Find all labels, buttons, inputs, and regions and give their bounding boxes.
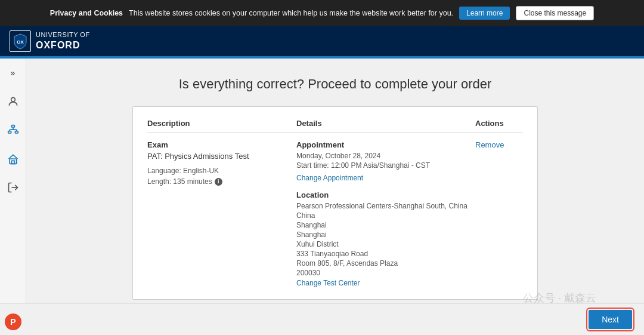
location-street: 333 Tianyaoqiao Road [296, 250, 475, 258]
col-details-header: Details [296, 119, 475, 128]
pearson-icon[interactable]: P [5, 314, 21, 330]
learn-more-button[interactable]: Learn more [459, 7, 510, 20]
details-column: Appointment Monday, October 28, 2024 Sta… [296, 140, 475, 287]
table-header: Description Details Actions [147, 119, 523, 133]
content-area: Is everything correct? Proceed to comple… [26, 59, 644, 334]
col-description-header: Description [147, 119, 296, 128]
change-test-center-link[interactable]: Change Test Center [296, 279, 360, 287]
sidebar-signout-icon[interactable] [5, 179, 21, 196]
sidebar-expand-icon[interactable]: » [5, 64, 21, 81]
svg-text:OX: OX [17, 39, 24, 45]
main-layout: » [0, 59, 644, 334]
exam-label: Exam [147, 140, 296, 149]
location-city2: Shanghai [296, 230, 475, 239]
exam-language: Language: English-UK [147, 167, 296, 175]
cookie-message: This website stores cookies on your comp… [129, 9, 453, 17]
close-cookie-button[interactable]: Close this message [516, 6, 594, 20]
col-actions-header: Actions [475, 119, 523, 128]
cookie-banner: Privacy and Cookies This website stores … [0, 0, 644, 26]
appointment-date: Monday, October 28, 2024 [296, 152, 475, 160]
location-label: Location [296, 190, 475, 199]
change-appointment-link[interactable]: Change Appointment [296, 174, 363, 182]
location-district: Xuhui District [296, 240, 475, 248]
header: OX UNIVERSITY OF OXFORD [0, 26, 644, 56]
svg-rect-3 [8, 131, 11, 133]
location-city1: Shanghai [296, 221, 475, 229]
sidebar-org-icon[interactable] [5, 122, 21, 139]
svg-point-1 [11, 97, 15, 102]
page-title: Is everything correct? Proceed to comple… [38, 76, 632, 92]
order-card: Description Details Actions Exam PAT: Ph… [132, 106, 538, 300]
location-country: China [296, 211, 475, 220]
appointment-label: Appointment [296, 140, 475, 149]
svg-rect-2 [11, 125, 14, 127]
table-body: Exam PAT: Physics Admissions Test Langua… [147, 140, 523, 287]
appointment-time: Start time: 12:00 PM Asia/Shanghai - CST [296, 161, 475, 170]
logo: OX UNIVERSITY OF OXFORD [10, 30, 90, 52]
sidebar-user-icon[interactable] [5, 93, 21, 110]
exam-name: PAT: Physics Admissions Test [147, 152, 296, 161]
length-info-icon[interactable]: i [215, 178, 222, 186]
sidebar: » [0, 59, 26, 334]
svg-rect-4 [15, 131, 18, 133]
exam-length: Length: 135 minutes i [147, 177, 296, 186]
location-name: Pearson Professional Centers-Shanghai So… [296, 202, 475, 210]
description-column: Exam PAT: Physics Admissions Test Langua… [147, 140, 296, 287]
oxford-shield-icon: OX [10, 30, 31, 52]
svg-rect-9 [10, 159, 17, 164]
sidebar-home-icon[interactable] [5, 150, 21, 167]
location-room: Room 805, 8/F, Ascendas Plaza [296, 259, 475, 268]
next-button[interactable]: Next [589, 310, 632, 329]
oxford-logo-text: UNIVERSITY OF OXFORD [36, 30, 90, 51]
actions-column: Remove [475, 140, 523, 287]
footer-bar: Next [0, 303, 644, 334]
location-postal: 200030 [296, 269, 475, 277]
cookie-title: Privacy and Cookies [50, 9, 123, 17]
remove-link[interactable]: Remove [475, 140, 504, 149]
svg-rect-10 [11, 161, 14, 164]
